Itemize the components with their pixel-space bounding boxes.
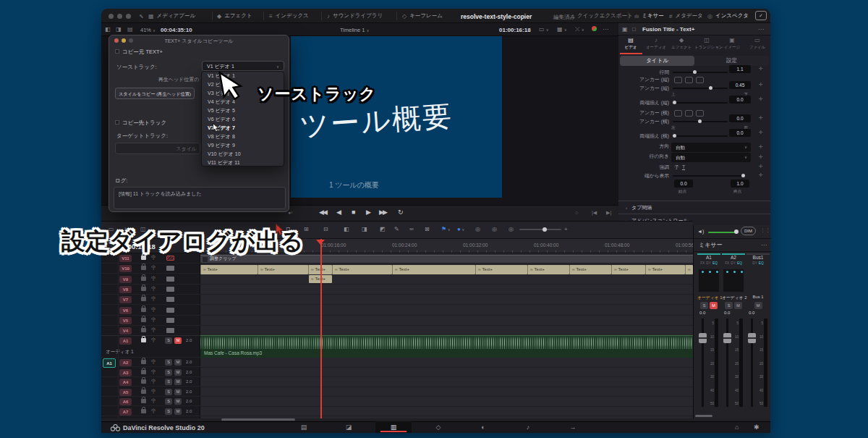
- fader[interactable]: 5101520304050: [697, 317, 720, 410]
- timeline-hscrollbar[interactable]: [221, 418, 295, 421]
- auto-select-icon[interactable]: ‹|›: [151, 275, 156, 280]
- text-plus-clip[interactable]: ∞Text+: [200, 265, 258, 274]
- inspector-button[interactable]: ◎インスペクタ: [707, 9, 749, 23]
- inspector-tab-file[interactable]: ▭ ファイル: [745, 37, 770, 50]
- keyframe-icon[interactable]: ✛: [759, 82, 763, 88]
- close-window-icon[interactable]: [109, 14, 114, 19]
- anchor-v-value[interactable]: 0.45: [729, 81, 751, 89]
- zoom-level[interactable]: 41% ∨: [140, 27, 156, 33]
- track-badge[interactable]: V6: [119, 307, 132, 314]
- menu-item[interactable]: V11 ビデオ 11: [202, 159, 284, 167]
- auto-select-icon[interactable]: ‹|›: [151, 397, 156, 403]
- page-fusion-icon[interactable]: ◇: [436, 424, 441, 431]
- lock-icon[interactable]: [141, 338, 146, 342]
- panel-icon-2[interactable]: ◨: [116, 26, 122, 33]
- text-plus-clip[interactable]: ∞Text+: [392, 265, 475, 274]
- play-button[interactable]: ▶: [366, 209, 371, 216]
- eq-curve-box[interactable]: [698, 269, 720, 292]
- fader-knob[interactable]: [723, 333, 731, 343]
- write-on-slider[interactable]: [673, 175, 745, 177]
- lock-icon[interactable]: [141, 379, 146, 384]
- zoom-custom-icon[interactable]: ◎: [509, 226, 514, 232]
- flag-icon[interactable]: ⚑ ∨: [441, 226, 451, 232]
- text-plus-clip[interactable]: ∞Text+: [611, 265, 645, 274]
- mute-button[interactable]: M: [174, 398, 182, 405]
- effects-tab[interactable]: ◆ エフェクト: [217, 9, 252, 23]
- track-badge[interactable]: V4: [119, 327, 132, 334]
- camera-icon[interactable]: ▦ ∨: [557, 26, 567, 33]
- track-badge[interactable]: A1: [119, 337, 132, 345]
- track-enable-icon[interactable]: [166, 318, 174, 323]
- オーディオ 2[interactable]: A2 FXDYEQ オーディオ 2 SM 0.0 5101520304050: [722, 253, 745, 417]
- lock-icon[interactable]: [141, 266, 146, 270]
- mute-button[interactable]: M: [174, 337, 182, 344]
- mute-button[interactable]: M: [174, 389, 182, 395]
- text-plus-clip[interactable]: ∞: [685, 265, 693, 274]
- link-icon[interactable]: ∞: [409, 226, 414, 232]
- track-enable-icon[interactable]: [166, 308, 174, 313]
- dim-button[interactable]: DIM: [741, 227, 756, 235]
- marker-icon[interactable]: ● ∨: [457, 226, 464, 232]
- match-frame-icon[interactable]: ○: [575, 210, 578, 215]
- range-start-value[interactable]: 0.0: [674, 180, 693, 188]
- split-icon[interactable]: ⤬ ∨: [575, 26, 584, 33]
- anchor-h-align-buttons[interactable]: [674, 110, 704, 117]
- auto-select-icon[interactable]: ‹|›: [151, 316, 156, 321]
- mute-button[interactable]: M: [174, 408, 182, 415]
- mute-button[interactable]: M: [174, 359, 182, 366]
- menu-item[interactable]: V5 ビデオ 5: [202, 106, 284, 115]
- minimize-window-icon[interactable]: [117, 14, 122, 19]
- justify-h-slider[interactable]: [673, 135, 728, 137]
- line-direction-dropdown[interactable]: 自動∨: [671, 153, 751, 162]
- stop-button[interactable]: ■: [352, 209, 355, 216]
- solo-button[interactable]: S: [725, 302, 733, 309]
- media-pool-tab[interactable]: ▦ メディアプール: [148, 9, 195, 23]
- solo-button[interactable]: S: [700, 302, 708, 309]
- subtab-settings[interactable]: 設定: [694, 56, 769, 66]
- next-edit-icon[interactable]: ▶|: [606, 210, 611, 216]
- go-to-end-button[interactable]: ▶▶: [379, 209, 386, 216]
- track-badge[interactable]: V10: [119, 265, 132, 272]
- track-enable-icon[interactable]: [166, 277, 174, 282]
- lock-icon[interactable]: ⊠: [425, 226, 430, 232]
- keyframe-icon[interactable]: ✛: [759, 154, 763, 160]
- justify-v-value[interactable]: 0.0: [729, 96, 751, 104]
- inspector-tab-effects[interactable]: ◆ エフェクト: [669, 37, 694, 50]
- audio-clip[interactable]: Mas Cafe - Casa Rosa.mp3: [200, 335, 693, 357]
- prev-edit-icon[interactable]: |◀: [592, 210, 597, 216]
- inspector-panel-icon[interactable]: ▣: [622, 26, 628, 33]
- lock-icon[interactable]: [141, 287, 146, 291]
- page-cut-icon[interactable]: ◪: [346, 424, 352, 431]
- オーディオ 1[interactable]: A1 FXDYEQ オーディオ 1 SM 0.0 5101520304050: [697, 253, 720, 417]
- page-color-icon[interactable]: ◐: [481, 424, 485, 431]
- lock-icon[interactable]: [141, 277, 146, 281]
- workspace-toggle[interactable]: ✓: [755, 11, 767, 20]
- track-badge[interactable]: A4: [119, 379, 132, 386]
- inspector-tab-image[interactable]: ▣ イメージ: [720, 37, 744, 50]
- mixer-hscrollbar[interactable]: [695, 415, 712, 417]
- inspector-tab-audio[interactable]: ♪ オーディオ: [644, 37, 668, 50]
- track-badge[interactable]: V8: [119, 286, 132, 293]
- inspector-section[interactable]: ›タブ間隔: [618, 201, 770, 213]
- text-plus-clip[interactable]: ∞Text+: [258, 265, 308, 274]
- lock-icon[interactable]: [141, 360, 146, 364]
- text-plus-clip[interactable]: ∞Text+: [332, 265, 392, 274]
- fader[interactable]: 5101520304050: [722, 317, 745, 410]
- panel-icon-3[interactable]: ▤: [127, 26, 133, 33]
- linked-move-icon[interactable]: ⊞: [304, 226, 309, 232]
- anchor-h-slider[interactable]: [673, 121, 728, 122]
- loop-small-icon[interactable]: ●›: [288, 210, 293, 215]
- auto-select-icon[interactable]: ‹|›: [151, 306, 156, 311]
- page-fairlight-icon[interactable]: ♪: [527, 424, 530, 431]
- overwrite-clip-icon[interactable]: ◨: [362, 226, 367, 232]
- keyframe-icon[interactable]: ✛: [759, 172, 763, 178]
- direction-dropdown[interactable]: 自動∨: [671, 143, 751, 152]
- mute-button[interactable]: M: [734, 302, 742, 309]
- text-plus-clip[interactable]: ∞Text+: [569, 265, 611, 274]
- keyframe-icon[interactable]: ✛: [759, 144, 763, 150]
- mute-button[interactable]: M: [174, 369, 182, 376]
- text-plus-clip[interactable]: ∞Text+: [645, 265, 685, 274]
- text-plus-clip[interactable]: ∞Text+: [527, 265, 569, 274]
- home-icon[interactable]: ⌂: [735, 424, 739, 431]
- playhead-marker[interactable]: [316, 240, 325, 245]
